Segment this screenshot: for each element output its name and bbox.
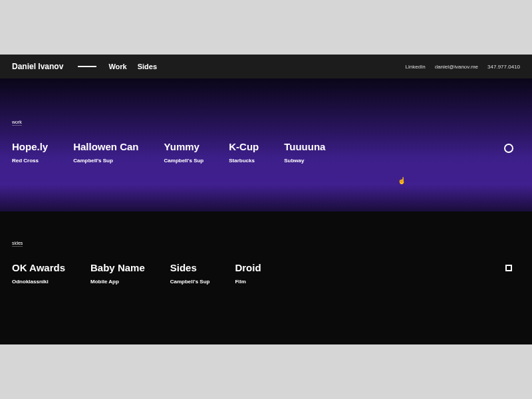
section-work: work Hope.ly Red Cross Hallowen Can Camp… [0,78,532,211]
nav-sides[interactable]: Sides [138,63,157,70]
phone-link[interactable]: 347.977.0410 [487,64,520,70]
work-item[interactable]: Hope.ly Red Cross [12,141,48,164]
nav: Work Sides [108,63,157,70]
work-item[interactable]: Yummy Campbell's Sup [164,141,204,164]
item-title: Baby Name [90,262,145,273]
item-title: OK Awards [12,262,65,273]
work-item[interactable]: Tuuuuna Subway [284,141,325,164]
item-title: Hope.ly [12,141,48,152]
item-subtitle: Starbucks [229,158,259,164]
item-subtitle: Campbell's Sup [170,279,210,285]
item-subtitle: Film [235,279,261,285]
item-title: K-Cup [229,141,259,152]
item-title: Droid [235,262,261,273]
header: Daniel Ivanov Work Sides LinkedIn daniel… [0,55,532,78]
item-subtitle: Campbell's Sup [164,158,204,164]
section-label-work: work [12,120,22,124]
sides-item[interactable]: Sides Campbell's Sup [170,262,210,285]
email-link[interactable]: daniel@ivanov.me [435,64,478,70]
sides-items: OK Awards Odnoklassniki Baby Name Mobile… [12,211,520,285]
item-subtitle: Mobile App [90,279,145,285]
sides-item[interactable]: Baby Name Mobile App [90,262,145,285]
work-item[interactable]: Hallowen Can Campbell's Sup [73,141,138,164]
item-title: Hallowen Can [73,141,138,152]
pointer-cursor-icon: ☝ [398,177,406,184]
section-sides: sides OK Awards Odnoklassniki Baby Name … [0,211,532,344]
circle-icon [504,144,513,153]
divider-line [78,66,96,67]
work-item[interactable]: K-Cup Starbucks [229,141,259,164]
item-subtitle: Odnoklassniki [12,279,65,285]
linkedin-link[interactable]: LinkedIn [405,64,425,70]
section-label-sides: sides [12,241,23,245]
item-subtitle: Campbell's Sup [73,158,138,164]
item-subtitle: Subway [284,158,325,164]
work-items: Hope.ly Red Cross Hallowen Can Campbell'… [12,78,520,164]
sides-item[interactable]: Droid Film [235,262,261,285]
item-title: Sides [170,262,210,273]
square-icon [505,265,512,271]
nav-work[interactable]: Work [108,63,126,70]
app-frame: Daniel Ivanov Work Sides LinkedIn daniel… [0,55,532,344]
item-title: Yummy [164,141,204,152]
sides-item[interactable]: OK Awards Odnoklassniki [12,262,65,285]
item-title: Tuuuuna [284,141,325,152]
brand-name[interactable]: Daniel Ivanov [12,62,63,71]
item-subtitle: Red Cross [12,158,48,164]
contact-links: LinkedIn daniel@ivanov.me 347.977.0410 [405,64,520,70]
